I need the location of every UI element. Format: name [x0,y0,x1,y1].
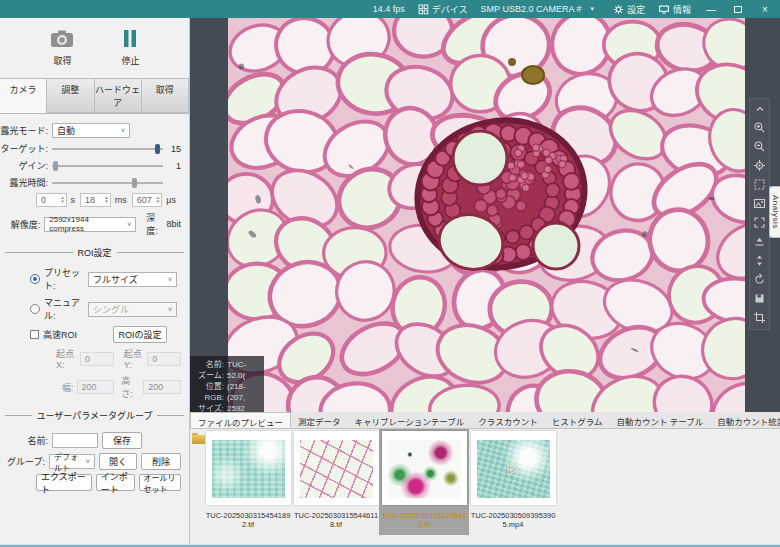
collapse-toolbar-button[interactable] [751,101,768,116]
manual-radio[interactable] [30,304,40,314]
gain-slider-thumb[interactable] [53,161,58,171]
user-params-section-title: ユーザーパラメータグループ [37,409,153,422]
crosshair-button[interactable] [751,158,768,173]
maximize-button[interactable] [731,6,745,13]
file-item[interactable]: TUC-20250303154541892.tif [203,431,293,529]
tab-file-preview[interactable]: ファイルのプレビュー [190,412,291,428]
tab-hardware[interactable]: ハードウェア [95,78,142,113]
zoom-in-button[interactable] [751,120,768,135]
tab-auto-count-table[interactable]: 自動カウント テーブル [609,412,710,428]
target-slider-thumb[interactable] [155,144,160,154]
roi-height-field: 200 [143,380,181,394]
exposure-ms-input[interactable]: 18 ▲▼ [80,193,111,207]
gear-icon [613,4,624,15]
exposure-time-slider[interactable] [52,177,163,188]
zoom-out-button[interactable] [751,139,768,154]
acquire-button[interactable]: 取得 [49,29,75,67]
settings-button[interactable]: 設定 [613,3,645,16]
exposure-time-slider-thumb[interactable] [132,178,137,188]
file-name: TUC-20250303154541892.tif [203,511,293,529]
file-name: TUC-20250305093953905.mp4 [468,511,558,529]
roi-frame-button[interactable] [751,177,768,192]
tab-histogram[interactable]: ヒストグラム [545,412,610,428]
device-label: デバイス [432,3,468,16]
preset-select[interactable]: フルサイズ ˅ [88,272,177,287]
save-image-button[interactable] [751,291,768,306]
export-button[interactable]: エクスポート [36,474,92,491]
spinner-icon[interactable]: ▲▼ [156,196,160,204]
roi-set-button[interactable]: ROIの設定 [113,326,167,343]
spinner-icon[interactable]: ▲▼ [104,196,108,204]
import-button[interactable]: インポート [96,474,135,491]
file-preview-strip: TUC-20250303154541892.tif TUC-2025030315… [190,429,780,542]
stop-label: 停止 [121,54,139,67]
tab-adjust[interactable]: 調整 [47,78,94,113]
camera-select[interactable]: SMP USB2.0 CAMERA # ▾ [481,4,600,14]
tab-camera[interactable]: カメラ [0,78,47,113]
exposure-time-label: 露光時間: [0,176,48,189]
info-label: 情報 [673,3,691,16]
microscope-live-image[interactable] [228,18,745,412]
crop-button[interactable] [751,310,768,325]
info-button[interactable]: 情報 [658,3,691,16]
file-item-selected[interactable]: TUC-20250303151235411.tif [379,429,469,535]
analysis-tab-label: Analysis [771,195,780,229]
camera-icon [49,29,75,50]
capture-toolbar: 取得 停止 [0,18,189,74]
minimize-button[interactable]: — [704,4,718,15]
spinner-icon[interactable]: ▲▼ [60,196,64,204]
file-thumbnail[interactable] [212,440,285,498]
fullscreen-button[interactable] [751,215,768,230]
titlebar: 14.4 fps デバイス SMP USB2.0 CAMERA # ▾ 設定 情… [0,0,780,18]
image-annotate-button[interactable] [751,196,768,211]
tab-class-count[interactable]: クラスカウント [471,412,544,428]
image-info-overlay: 名前:TUC- ズーム:52.0( 位置:(218- RGB:(207, サイズ… [190,356,264,417]
analysis-side-tab[interactable]: Analysis [769,186,780,238]
open-button[interactable]: 開く [99,453,137,470]
exposure-mode-select[interactable]: 自動 ˅ [52,123,130,138]
rotate-button[interactable] [751,272,768,287]
chevron-down-icon: ˅ [121,127,125,134]
tab-calibration-table[interactable]: キャリブレーションテーブル [348,412,472,428]
overlay-position-value: (218- [227,381,246,392]
gain-slider[interactable] [52,160,163,171]
exposure-seconds-input[interactable]: 0 ▲▼ [36,193,67,207]
overlay-rgb-label: RGB: [194,392,224,403]
chevron-down-icon: ˅ [86,458,90,465]
tab-auto-count-stats[interactable]: 自動カウント統計 [710,412,780,428]
exposure-ms-value: 18 [85,195,101,205]
manual-select[interactable]: シングル ˅ [88,302,177,317]
reset-all-button[interactable]: オールリセット [139,474,181,491]
file-item[interactable]: TUC-20250303155446118.tif [291,431,381,529]
preset-value: フルサイズ [93,273,138,286]
stop-button[interactable]: 停止 [121,29,139,67]
target-slider[interactable] [52,143,163,154]
origin-y-label: 起点Y: [124,347,145,370]
bottom-panel: ファイルのプレビュー 測定データ キャリブレーションテーブル クラスカウント ヒ… [190,412,780,545]
exposure-us-input[interactable]: 607 ▲▼ [132,193,163,207]
fps-readout: 14.4 fps [373,4,405,14]
save-button[interactable]: 保存 [102,432,142,449]
preset-radio[interactable] [30,274,40,284]
file-thumbnail[interactable] [300,440,373,498]
fast-roi-checkbox[interactable] [30,330,39,339]
file-thumbnail[interactable] [388,440,461,498]
name-input[interactable] [52,433,98,448]
device-grid-icon [418,4,429,15]
group-select[interactable]: デフォルト ˅ [49,454,95,469]
tab-measure-data[interactable]: 測定データ [291,412,348,428]
chevron-down-icon[interactable]: ▾ [584,5,600,13]
manual-label: マニュアル: [44,296,88,322]
resolution-label: 解像度: [0,218,40,231]
gain-label: ゲイン: [0,159,48,172]
video-thumbnail[interactable]: ▷ [477,440,550,498]
delete-button[interactable]: 削除 [141,453,181,470]
fit-vertical-button[interactable] [751,253,768,268]
close-button[interactable]: × [758,4,772,15]
file-item[interactable]: ▷ TUC-20250305093953905.mp4 [468,431,558,529]
resolution-select[interactable]: 2592x1944 compress ˅ [44,217,136,232]
align-top-button[interactable] [751,234,768,249]
device-button[interactable]: デバイス [418,3,468,16]
tab-acquire[interactable]: 取得 [142,78,189,113]
overlay-name-label: 名前: [194,359,224,370]
